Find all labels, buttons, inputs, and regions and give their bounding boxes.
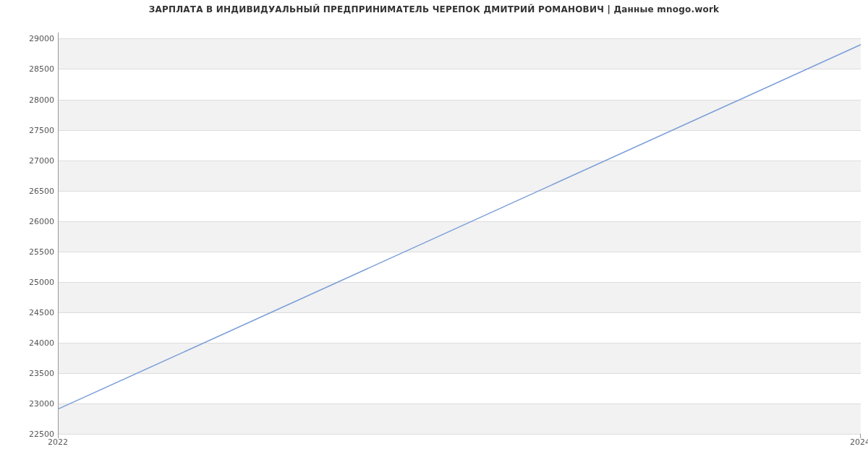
y-tick-label: 24000 [11, 338, 54, 347]
x-tick-label: 2022 [48, 437, 68, 447]
y-tick-label: 26000 [11, 216, 54, 226]
y-tick-label: 26500 [11, 186, 54, 195]
y-tick-label: 25500 [11, 247, 54, 256]
x-tick [860, 434, 861, 438]
line-series [59, 33, 861, 433]
gridline [59, 434, 861, 435]
y-tick-label: 28000 [11, 95, 54, 104]
y-tick-label: 23000 [11, 398, 54, 408]
y-tick-label: 28500 [11, 64, 54, 74]
chart-container: ЗАРПЛАТА В ИНДИВИДУАЛЬНЫЙ ПРЕДПРИНИМАТЕЛ… [0, 0, 868, 470]
x-tick [58, 434, 59, 438]
plot-area [58, 33, 861, 434]
y-tick-label: 24500 [11, 307, 54, 317]
series-line [59, 45, 861, 409]
chart-title: ЗАРПЛАТА В ИНДИВИДУАЛЬНЫЙ ПРЕДПРИНИМАТЕЛ… [0, 4, 868, 14]
y-tick-label: 29000 [11, 34, 54, 43]
y-tick-label: 25000 [11, 277, 54, 286]
y-tick-label: 27500 [11, 125, 54, 134]
y-tick-label: 27000 [11, 155, 54, 165]
x-tick-label: 2024 [850, 437, 868, 447]
y-tick-label: 23500 [11, 368, 54, 377]
